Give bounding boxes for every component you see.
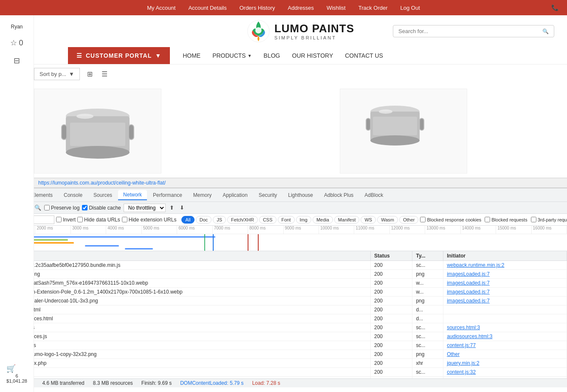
pill-media[interactable]: Media xyxy=(313,216,333,224)
cell-status: 200 xyxy=(371,288,412,297)
blocked-response-cookies[interactable]: Blocked response cookies xyxy=(420,217,481,222)
nav-my-account[interactable]: My Account xyxy=(147,5,175,11)
third-party-requests[interactable]: 3rd-party requests xyxy=(531,217,567,222)
preserve-log-checkbox[interactable]: Preserve log xyxy=(44,205,79,211)
col-type[interactable]: Ty... xyxy=(412,251,443,261)
pill-img[interactable]: Img xyxy=(296,216,311,224)
pill-wasm[interactable]: Wasm xyxy=(377,216,398,224)
disable-cache-checkbox[interactable]: Disable cache xyxy=(82,205,121,211)
tab-application[interactable]: Application xyxy=(217,190,253,200)
pill-fetch-xhr[interactable]: Fetch/XHR xyxy=(227,216,258,224)
tl-mark-16: 16000 ms xyxy=(532,226,567,234)
table-row[interactable]: TasmanFlatSash75mm_576x-e1694737663115-1… xyxy=(0,279,567,288)
cell-initiator: sources.html:3 xyxy=(443,323,567,332)
nav-log-out[interactable]: Log Out xyxy=(401,5,420,11)
export-har[interactable]: ⬇ xyxy=(178,204,186,212)
hide-extension-urls-checkbox[interactable]: Hide extension URLs xyxy=(122,217,177,223)
search-input[interactable] xyxy=(398,28,542,34)
nav-track-order[interactable]: Track Order xyxy=(358,5,388,11)
col-initiator[interactable]: Initiator xyxy=(443,251,567,261)
cell-name: audiosources.html xyxy=(0,314,371,323)
cart-icon[interactable]: 🛒 xyxy=(6,364,27,373)
cell-type: d... xyxy=(412,305,443,314)
tab-security[interactable]: Security xyxy=(254,190,282,200)
nav-our-history[interactable]: OUR HISTORY xyxy=(292,52,333,59)
nav-contact-us[interactable]: CONTACT US xyxy=(345,52,383,59)
table-row[interactable]: sources.html 200 d... xyxy=(0,305,567,314)
list-view-icon[interactable]: ☰ xyxy=(99,68,110,80)
table-row[interactable]: audiosources.html 200 d... xyxy=(0,314,567,323)
import-har[interactable]: ⬆ xyxy=(168,204,176,212)
blocked-requests[interactable]: Blocked requests xyxy=(485,217,527,222)
cell-name: audiosources.js xyxy=(0,332,371,341)
filter-icon[interactable]: ⊟ xyxy=(14,56,20,65)
wishlist-icon[interactable]: ☆ 0 xyxy=(10,38,23,48)
table-row[interactable]: executor.js 200 sc... content.js:77 xyxy=(0,341,567,350)
nav-account-details[interactable]: Account Details xyxy=(188,5,226,11)
main-nav: ☰ CUSTOMER PORTAL ▼ HOME PRODUCTS ▼ BLOG… xyxy=(34,47,567,64)
tl-mark-2: 2000 ms xyxy=(35,226,71,234)
table-row[interactable]: sources.js 200 sc... sources.html:3 xyxy=(0,323,567,332)
tab-network[interactable]: Network xyxy=(118,190,147,200)
table-row[interactable]: Aluminium-Extension-Pole_0.6-1.2m_1400x2… xyxy=(0,288,567,297)
tab-performance[interactable]: Performance xyxy=(148,190,187,200)
nav-orders-history[interactable]: Orders History xyxy=(240,5,275,11)
sort-select[interactable]: Sort by p... ▼ xyxy=(34,68,80,80)
cart-count: 6 xyxy=(6,373,27,378)
nav-links: HOME PRODUCTS ▼ BLOG OUR HISTORY CONTACT… xyxy=(183,52,383,59)
pill-font[interactable]: Font xyxy=(278,216,295,224)
sort-chevron: ▼ xyxy=(69,71,74,77)
pill-all[interactable]: All xyxy=(181,216,194,224)
nav-products[interactable]: PRODUCTS ▼ xyxy=(212,52,251,59)
table-row[interactable]: 10-8x10.png 200 png imagesLoaded.js:7 xyxy=(0,270,567,279)
svg-point-1 xyxy=(255,27,262,34)
pill-manifest[interactable]: Manifest xyxy=(334,216,360,224)
pill-css[interactable]: CSS xyxy=(259,216,276,224)
product-card-1[interactable] xyxy=(34,89,161,174)
pill-js[interactable]: JS xyxy=(213,216,226,224)
dom-content-loaded[interactable]: DOMContentLoaded: 5.79 s xyxy=(180,380,243,386)
col-status[interactable]: Status xyxy=(371,251,412,261)
tab-lighthouse[interactable]: Lighthouse xyxy=(283,190,318,200)
pill-other[interactable]: Other xyxy=(399,216,419,224)
cell-status: 200 xyxy=(371,305,412,314)
throttle-select[interactable]: No throttling xyxy=(124,204,166,212)
tab-sources[interactable]: Sources xyxy=(88,190,117,200)
grid-view-icon[interactable]: ⊞ xyxy=(84,68,96,80)
timeline-area: 1000 ms 2000 ms 3000 ms 4000 ms 5000 ms … xyxy=(0,226,567,251)
table-row[interactable]: admin-ajax.php 200 xhr jquery.min.js:2 xyxy=(0,359,567,368)
search-icon[interactable]: 🔍 xyxy=(542,28,549,34)
cell-status: 200 xyxy=(371,261,412,270)
cell-initiator: Other xyxy=(443,350,567,359)
load-time[interactable]: Load: 7.28 s xyxy=(252,380,280,386)
col-name[interactable]: Name xyxy=(0,251,371,261)
tab-adblock[interactable]: AdBlock xyxy=(359,190,388,200)
table-row[interactable]: audiosources.js 200 sc... audiosources.h… xyxy=(0,332,567,341)
search-btn[interactable]: 🔍 xyxy=(34,204,42,212)
nav-addresses[interactable]: Addresses xyxy=(288,5,314,11)
nav-wishlist[interactable]: Wishlist xyxy=(327,5,346,11)
sidebar-username: Ryan xyxy=(11,24,23,30)
tab-memory[interactable]: Memory xyxy=(188,190,217,200)
table-row[interactable]: Acrylic-Sealer-Undercoat-10L-3x3.png 200… xyxy=(0,297,567,305)
wishlist-count: 0 xyxy=(19,39,23,48)
invert-checkbox[interactable]: Invert xyxy=(56,217,76,223)
hide-data-urls-checkbox[interactable]: Hide data URLs xyxy=(77,217,120,223)
cell-name: cropped-lumo-logo-1-copy-32x32.png xyxy=(0,350,371,359)
pill-ws[interactable]: WS xyxy=(361,216,376,224)
cell-initiator: imagesLoaded.js:7 xyxy=(443,288,567,297)
product-card-2[interactable] xyxy=(340,89,467,174)
search-bar[interactable]: 🔍 xyxy=(393,25,554,37)
tab-adblock-plus[interactable]: Adblock Plus xyxy=(319,190,358,200)
customer-portal-button[interactable]: ☰ CUSTOMER PORTAL ▼ xyxy=(68,47,170,64)
nav-blog[interactable]: BLOG xyxy=(264,52,280,59)
table-row[interactable]: js.js 200 sc... content.js:32 xyxy=(0,368,567,377)
table-row[interactable]: text-editor.2c35aafbe5bf0e127950.bundle.… xyxy=(0,261,567,270)
pill-doc[interactable]: Doc xyxy=(196,216,212,224)
table-row[interactable]: cropped-lumo-logo-1-copy-32x32.png 200 p… xyxy=(0,350,567,359)
tab-console[interactable]: Console xyxy=(59,190,87,200)
network-table: Name Status Ty... Initiator text-editor.… xyxy=(0,251,567,378)
network-table-container[interactable]: Name Status Ty... Initiator text-editor.… xyxy=(0,251,567,378)
timeline-ruler: 1000 ms 2000 ms 3000 ms 4000 ms 5000 ms … xyxy=(0,226,567,234)
nav-home[interactable]: HOME xyxy=(183,52,200,59)
